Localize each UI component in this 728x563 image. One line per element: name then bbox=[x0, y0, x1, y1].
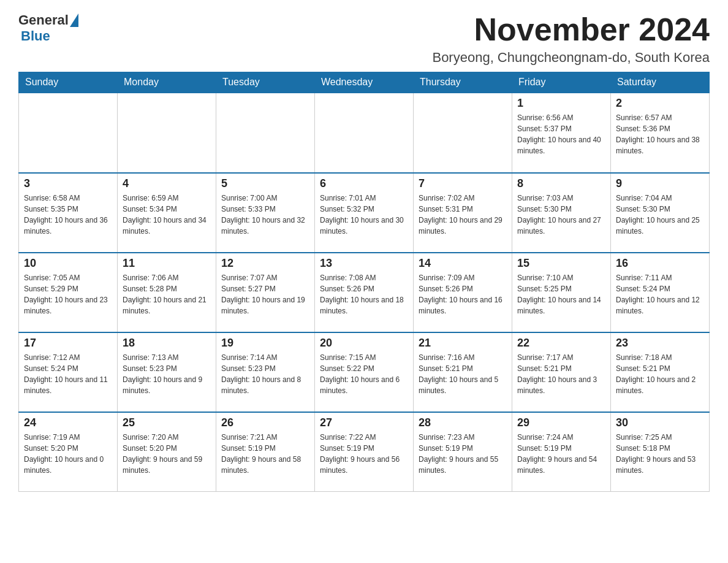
day-cell: 27Sunrise: 7:22 AM Sunset: 5:19 PM Dayli… bbox=[315, 412, 414, 492]
day-number: 12 bbox=[221, 257, 309, 270]
calendar-header-row: Sunday Monday Tuesday Wednesday Thursday… bbox=[19, 72, 710, 93]
day-cell: 15Sunrise: 7:10 AM Sunset: 5:25 PM Dayli… bbox=[512, 253, 611, 332]
day-cell: 11Sunrise: 7:06 AM Sunset: 5:28 PM Dayli… bbox=[118, 253, 216, 332]
day-cell: 9Sunrise: 7:04 AM Sunset: 5:30 PM Daylig… bbox=[611, 173, 710, 253]
calendar-table: Sunday Monday Tuesday Wednesday Thursday… bbox=[18, 72, 710, 492]
day-info: Sunrise: 7:01 AM Sunset: 5:32 PM Dayligh… bbox=[320, 193, 408, 237]
day-info: Sunrise: 7:13 AM Sunset: 5:23 PM Dayligh… bbox=[123, 352, 211, 396]
day-cell: 4Sunrise: 6:59 AM Sunset: 5:34 PM Daylig… bbox=[118, 173, 216, 253]
col-saturday: Saturday bbox=[611, 72, 710, 93]
day-cell: 28Sunrise: 7:23 AM Sunset: 5:19 PM Dayli… bbox=[414, 412, 512, 492]
day-cell: 8Sunrise: 7:03 AM Sunset: 5:30 PM Daylig… bbox=[512, 173, 611, 253]
day-number: 20 bbox=[320, 337, 408, 350]
col-wednesday: Wednesday bbox=[315, 72, 414, 93]
day-number: 7 bbox=[419, 177, 507, 190]
month-title: November 2024 bbox=[432, 12, 710, 47]
day-info: Sunrise: 7:17 AM Sunset: 5:21 PM Dayligh… bbox=[517, 352, 605, 396]
day-cell: 7Sunrise: 7:02 AM Sunset: 5:31 PM Daylig… bbox=[414, 173, 512, 253]
logo-area: General Blue bbox=[18, 12, 80, 44]
day-info: Sunrise: 7:14 AM Sunset: 5:23 PM Dayligh… bbox=[221, 352, 309, 396]
day-number: 28 bbox=[419, 416, 507, 429]
day-number: 4 bbox=[123, 177, 211, 190]
day-cell: 21Sunrise: 7:16 AM Sunset: 5:21 PM Dayli… bbox=[414, 332, 512, 412]
title-area: November 2024 Boryeong, Chungcheongnam-d… bbox=[432, 12, 710, 66]
day-info: Sunrise: 7:24 AM Sunset: 5:19 PM Dayligh… bbox=[517, 432, 605, 476]
day-number: 24 bbox=[24, 416, 112, 429]
day-info: Sunrise: 7:10 AM Sunset: 5:25 PM Dayligh… bbox=[517, 272, 605, 316]
day-number: 15 bbox=[517, 257, 605, 270]
day-cell: 19Sunrise: 7:14 AM Sunset: 5:23 PM Dayli… bbox=[216, 332, 315, 412]
day-info: Sunrise: 6:57 AM Sunset: 5:36 PM Dayligh… bbox=[616, 112, 704, 156]
day-number: 25 bbox=[123, 416, 211, 429]
day-cell bbox=[414, 93, 512, 173]
day-info: Sunrise: 7:19 AM Sunset: 5:20 PM Dayligh… bbox=[24, 432, 112, 476]
day-number: 27 bbox=[320, 416, 408, 429]
day-number: 14 bbox=[419, 257, 507, 270]
day-cell: 16Sunrise: 7:11 AM Sunset: 5:24 PM Dayli… bbox=[611, 253, 710, 332]
day-number: 10 bbox=[24, 257, 112, 270]
day-cell: 12Sunrise: 7:07 AM Sunset: 5:27 PM Dayli… bbox=[216, 253, 315, 332]
day-number: 8 bbox=[517, 177, 605, 190]
day-cell: 23Sunrise: 7:18 AM Sunset: 5:21 PM Dayli… bbox=[611, 332, 710, 412]
day-info: Sunrise: 7:09 AM Sunset: 5:26 PM Dayligh… bbox=[419, 272, 507, 316]
day-info: Sunrise: 7:18 AM Sunset: 5:21 PM Dayligh… bbox=[616, 352, 704, 396]
day-info: Sunrise: 7:20 AM Sunset: 5:20 PM Dayligh… bbox=[123, 432, 211, 476]
week-row-4: 17Sunrise: 7:12 AM Sunset: 5:24 PM Dayli… bbox=[19, 332, 710, 412]
day-cell: 6Sunrise: 7:01 AM Sunset: 5:32 PM Daylig… bbox=[315, 173, 414, 253]
day-cell: 22Sunrise: 7:17 AM Sunset: 5:21 PM Dayli… bbox=[512, 332, 611, 412]
col-tuesday: Tuesday bbox=[216, 72, 315, 93]
day-info: Sunrise: 7:00 AM Sunset: 5:33 PM Dayligh… bbox=[221, 193, 309, 237]
day-number: 11 bbox=[123, 257, 211, 270]
day-number: 29 bbox=[517, 416, 605, 429]
week-row-5: 24Sunrise: 7:19 AM Sunset: 5:20 PM Dayli… bbox=[19, 412, 710, 492]
day-info: Sunrise: 7:04 AM Sunset: 5:30 PM Dayligh… bbox=[616, 193, 704, 237]
day-number: 1 bbox=[517, 97, 605, 110]
day-cell: 26Sunrise: 7:21 AM Sunset: 5:19 PM Dayli… bbox=[216, 412, 315, 492]
day-info: Sunrise: 6:58 AM Sunset: 5:35 PM Dayligh… bbox=[24, 193, 112, 237]
day-cell: 24Sunrise: 7:19 AM Sunset: 5:20 PM Dayli… bbox=[19, 412, 118, 492]
day-number: 17 bbox=[24, 337, 112, 350]
day-info: Sunrise: 7:03 AM Sunset: 5:30 PM Dayligh… bbox=[517, 193, 605, 237]
day-number: 23 bbox=[616, 337, 704, 350]
day-number: 9 bbox=[616, 177, 704, 190]
day-number: 3 bbox=[24, 177, 112, 190]
day-info: Sunrise: 7:06 AM Sunset: 5:28 PM Dayligh… bbox=[123, 272, 211, 316]
logo-general-text: General bbox=[18, 12, 69, 28]
day-cell: 29Sunrise: 7:24 AM Sunset: 5:19 PM Dayli… bbox=[512, 412, 611, 492]
logo: General bbox=[18, 12, 80, 28]
day-cell: 10Sunrise: 7:05 AM Sunset: 5:29 PM Dayli… bbox=[19, 253, 118, 332]
day-cell: 17Sunrise: 7:12 AM Sunset: 5:24 PM Dayli… bbox=[19, 332, 118, 412]
day-info: Sunrise: 7:21 AM Sunset: 5:19 PM Dayligh… bbox=[221, 432, 309, 476]
day-cell: 20Sunrise: 7:15 AM Sunset: 5:22 PM Dayli… bbox=[315, 332, 414, 412]
day-cell: 1Sunrise: 6:56 AM Sunset: 5:37 PM Daylig… bbox=[512, 93, 611, 173]
day-info: Sunrise: 7:15 AM Sunset: 5:22 PM Dayligh… bbox=[320, 352, 408, 396]
day-info: Sunrise: 7:02 AM Sunset: 5:31 PM Dayligh… bbox=[419, 193, 507, 237]
day-info: Sunrise: 7:12 AM Sunset: 5:24 PM Dayligh… bbox=[24, 352, 112, 396]
week-row-1: 1Sunrise: 6:56 AM Sunset: 5:37 PM Daylig… bbox=[19, 93, 710, 173]
day-number: 13 bbox=[320, 257, 408, 270]
location-title: Boryeong, Chungcheongnam-do, South Korea bbox=[432, 50, 710, 66]
day-number: 6 bbox=[320, 177, 408, 190]
day-info: Sunrise: 6:56 AM Sunset: 5:37 PM Dayligh… bbox=[517, 112, 605, 156]
day-cell: 25Sunrise: 7:20 AM Sunset: 5:20 PM Dayli… bbox=[118, 412, 216, 492]
day-number: 2 bbox=[616, 97, 704, 110]
day-number: 21 bbox=[419, 337, 507, 350]
day-cell: 3Sunrise: 6:58 AM Sunset: 5:35 PM Daylig… bbox=[19, 173, 118, 253]
day-cell bbox=[216, 93, 315, 173]
day-cell: 14Sunrise: 7:09 AM Sunset: 5:26 PM Dayli… bbox=[414, 253, 512, 332]
col-thursday: Thursday bbox=[414, 72, 512, 93]
col-monday: Monday bbox=[118, 72, 216, 93]
day-cell: 18Sunrise: 7:13 AM Sunset: 5:23 PM Dayli… bbox=[118, 332, 216, 412]
day-number: 19 bbox=[221, 337, 309, 350]
col-friday: Friday bbox=[512, 72, 611, 93]
week-row-3: 10Sunrise: 7:05 AM Sunset: 5:29 PM Dayli… bbox=[19, 253, 710, 332]
day-cell bbox=[19, 93, 118, 173]
day-cell: 30Sunrise: 7:25 AM Sunset: 5:18 PM Dayli… bbox=[611, 412, 710, 492]
day-info: Sunrise: 6:59 AM Sunset: 5:34 PM Dayligh… bbox=[123, 193, 211, 237]
day-info: Sunrise: 7:11 AM Sunset: 5:24 PM Dayligh… bbox=[616, 272, 704, 316]
day-cell: 5Sunrise: 7:00 AM Sunset: 5:33 PM Daylig… bbox=[216, 173, 315, 253]
day-info: Sunrise: 7:05 AM Sunset: 5:29 PM Dayligh… bbox=[24, 272, 112, 316]
day-info: Sunrise: 7:23 AM Sunset: 5:19 PM Dayligh… bbox=[419, 432, 507, 476]
day-info: Sunrise: 7:07 AM Sunset: 5:27 PM Dayligh… bbox=[221, 272, 309, 316]
header: General Blue November 2024 Boryeong, Chu… bbox=[18, 12, 710, 66]
